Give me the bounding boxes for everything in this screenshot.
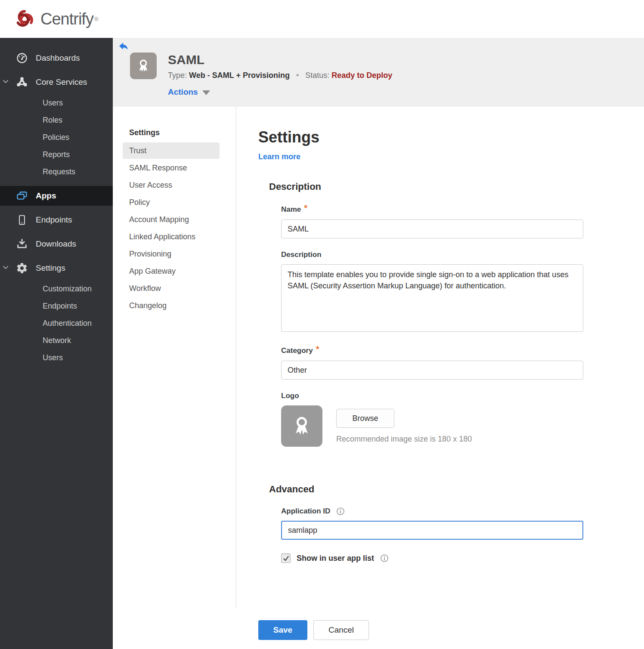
sidebar-item-core-services[interactable]: Core Services [0, 70, 113, 94]
sidebar-item-roles[interactable]: Roles [0, 111, 113, 129]
subnav-heading: Settings [123, 128, 236, 137]
category-label: Category * [281, 346, 644, 355]
sidebar: Dashboards Core Services Users Roles Pol… [0, 38, 113, 649]
type-label: Type: [168, 71, 187, 80]
sidebar-item-apps[interactable]: Apps [0, 186, 113, 206]
sidebar-item-policies[interactable]: Policies [0, 129, 113, 146]
show-in-app-list-row: Show in user app list [281, 553, 644, 563]
sidebar-item-settings[interactable]: Settings [0, 256, 113, 280]
app-meta-row: Type: Web - SAML + Provisioning • Status… [168, 71, 392, 80]
info-icon[interactable] [336, 507, 345, 516]
sidebar-item-reports[interactable]: Reports [0, 146, 113, 163]
sidebar-item-label: Downloads [36, 239, 76, 249]
download-icon [15, 238, 28, 250]
description-section-heading: Description [269, 181, 644, 192]
subnav-item-saml-response[interactable]: SAML Response [123, 160, 220, 176]
subnav-item-provisioning[interactable]: Provisioning [123, 246, 220, 262]
show-in-app-list-label: Show in user app list [297, 554, 374, 563]
actions-label: Actions [168, 87, 198, 97]
back-arrow-icon[interactable] [119, 42, 128, 51]
sidebar-item-label: Dashboards [36, 53, 80, 63]
subnav-item-workflow[interactable]: Workflow [123, 280, 220, 297]
subnav-item-policy[interactable]: Policy [123, 194, 220, 210]
core-services-icon [15, 76, 28, 89]
status-label: Status: [305, 71, 329, 80]
browse-button[interactable]: Browse [336, 409, 394, 428]
logo-size-hint: Recommended image size is 180 x 180 [336, 435, 472, 444]
save-button[interactable]: Save [258, 620, 307, 640]
description-field-group: Description This template enables you to… [281, 250, 644, 334]
chevron-down-icon[interactable] [2, 77, 9, 87]
sidebar-item-endpoints[interactable]: Endpoints [0, 208, 113, 232]
required-asterisk: * [304, 203, 307, 213]
advanced-section-heading: Advanced [269, 484, 644, 495]
description-textarea[interactable]: This template enables you to provide sin… [281, 264, 583, 332]
sidebar-child-label: Reports [43, 150, 70, 159]
sidebar-child-label: Policies [43, 133, 69, 142]
sidebar-child-label: Requests [43, 167, 75, 176]
subnav-item-user-access[interactable]: User Access [123, 177, 220, 193]
settings-form: Settings Learn more Description Name * D… [236, 107, 644, 608]
brand-trademark: ® [94, 16, 99, 22]
sidebar-item-settings-users[interactable]: Users [0, 349, 113, 366]
sidebar-item-settings-endpoints[interactable]: Endpoints [0, 297, 113, 315]
sidebar-item-label: Core Services [36, 77, 87, 87]
subnav-item-linked-applications[interactable]: Linked Applications [123, 229, 220, 245]
mobile-icon [15, 213, 28, 226]
caret-down-icon [202, 90, 210, 95]
apps-icon [15, 189, 28, 202]
name-field-group: Name * [281, 204, 644, 238]
sidebar-child-label: Roles [43, 116, 62, 125]
category-input[interactable] [281, 361, 583, 380]
meta-separator: • [296, 71, 299, 80]
application-id-input[interactable] [281, 521, 583, 540]
application-id-label-text: Application ID [281, 507, 330, 516]
subnav-item-changelog[interactable]: Changelog [123, 297, 220, 314]
logo-field-group: Logo Browse Recommended image [281, 392, 644, 447]
category-label-text: Category [281, 346, 313, 355]
sidebar-item-customization[interactable]: Customization [0, 280, 113, 297]
sidebar-item-downloads[interactable]: Downloads [0, 232, 113, 256]
description-label: Description [281, 250, 644, 259]
name-input[interactable] [281, 219, 583, 238]
required-asterisk: * [316, 344, 319, 354]
category-field-group: Category * [281, 346, 644, 380]
sidebar-item-authentication[interactable]: Authentication [0, 315, 113, 332]
subnav-item-app-gateway[interactable]: App Gateway [123, 263, 220, 279]
sidebar-item-users[interactable]: Users [0, 94, 113, 111]
settings-subnav: Settings Trust SAML Response User Access… [113, 107, 236, 608]
top-header: Centrify ® [0, 0, 644, 38]
sidebar-child-label: Network [43, 336, 71, 345]
show-in-app-list-checkbox[interactable] [281, 553, 291, 563]
page-title: Settings [258, 128, 644, 146]
sidebar-item-label: Apps [36, 191, 56, 201]
learn-more-link[interactable]: Learn more [258, 152, 300, 161]
description-label-text: Description [281, 250, 322, 259]
chevron-down-icon[interactable] [2, 263, 9, 273]
cancel-button[interactable]: Cancel [313, 620, 369, 640]
form-footer: Save Cancel [258, 620, 644, 640]
app-header-band: SAML Type: Web - SAML + Provisioning • S… [113, 38, 644, 107]
ribbon-icon [135, 57, 152, 74]
app-logo-badge [130, 53, 157, 79]
sidebar-child-label: Authentication [43, 319, 92, 328]
logo-label-text: Logo [281, 392, 299, 400]
sidebar-item-requests[interactable]: Requests [0, 163, 113, 180]
logo-preview [281, 405, 322, 447]
sidebar-child-label: Users [43, 353, 63, 362]
sidebar-item-label: Endpoints [36, 215, 72, 225]
subnav-item-account-mapping[interactable]: Account Mapping [123, 211, 220, 228]
actions-dropdown[interactable]: Actions [168, 87, 392, 97]
logo-label: Logo [281, 392, 644, 400]
application-id-label: Application ID [281, 507, 644, 516]
main-area: SAML Type: Web - SAML + Provisioning • S… [113, 38, 644, 649]
sidebar-item-dashboards[interactable]: Dashboards [0, 46, 113, 70]
type-value: Web - SAML + Provisioning [189, 71, 290, 80]
info-icon[interactable] [380, 554, 389, 562]
gauge-icon [15, 52, 28, 65]
subnav-item-trust[interactable]: Trust [123, 142, 220, 159]
sidebar-child-label: Customization [43, 284, 92, 294]
name-label-text: Name [281, 205, 301, 214]
sidebar-item-network[interactable]: Network [0, 332, 113, 349]
centrify-swirl-icon [13, 7, 36, 31]
